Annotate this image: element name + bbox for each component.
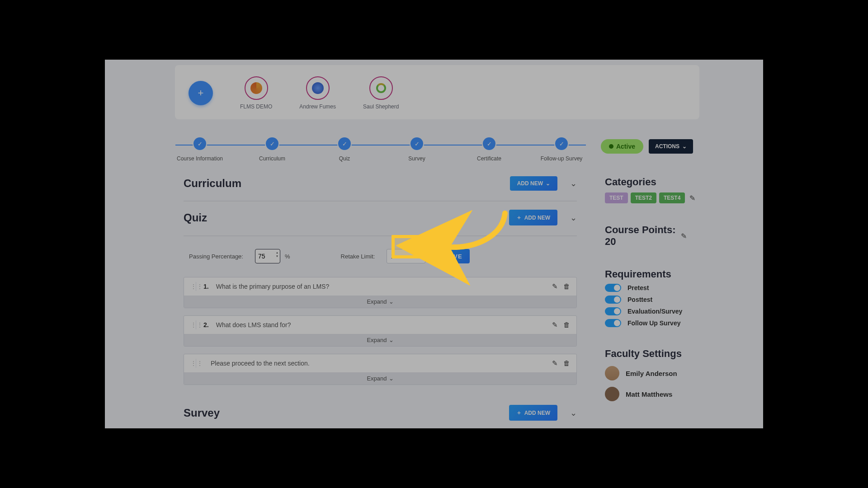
expand-button[interactable]: Expand⌄: [184, 372, 576, 385]
step-followup-survey[interactable]: ✓ Follow-up Survey: [534, 137, 589, 162]
highlight-box: [392, 235, 432, 258]
edit-icon[interactable]: ✎: [689, 194, 695, 202]
add-profile-button[interactable]: +: [189, 81, 213, 105]
category-tag[interactable]: TEST2: [631, 192, 656, 203]
drag-handle-icon[interactable]: ⋮⋮: [190, 320, 196, 329]
categories-title: Categories: [605, 176, 687, 188]
add-new-quiz-button[interactable]: ＋ ADD NEW: [509, 210, 557, 225]
drag-handle-icon[interactable]: ⋮⋮: [190, 282, 196, 291]
categories-panel: Categories TEST TEST2 TEST4 ✎: [605, 174, 687, 210]
profile-item[interactable]: Saul Shepherd: [363, 76, 399, 110]
plus-icon: ＋: [516, 409, 522, 417]
profile-name: FLMS DEMO: [240, 103, 272, 110]
delete-icon[interactable]: 🗑: [563, 282, 570, 291]
question-row: ⋮⋮ 2. What does LMS stand for? ✎ 🗑 Expan…: [184, 315, 577, 347]
delete-icon[interactable]: 🗑: [563, 321, 570, 329]
stepper-icon[interactable]: ▲▼: [276, 251, 278, 258]
requirements-panel: Requirements Pretest Posttest Evaluation…: [605, 267, 687, 333]
toggle-evaluation[interactable]: [605, 307, 621, 315]
faculty-panel: Faculty Settings Emily Anderson Matt Mat…: [605, 346, 687, 408]
quiz-settings-row: Passing Percentage: ▲▼ % Retake Limit: S…: [184, 241, 577, 277]
requirements-title: Requirements: [605, 268, 687, 280]
chevron-down-icon: ⌄: [389, 298, 394, 305]
step-curriculum[interactable]: ✓ Curriculum: [245, 137, 299, 162]
arrow-annotation: [437, 206, 514, 261]
toggle-pretest[interactable]: [605, 284, 621, 292]
step-course-information[interactable]: ✓ Course Information: [173, 137, 227, 162]
profile-name: Saul Shepherd: [363, 103, 399, 110]
question-row: ⋮⋮ 1. What is the primary purpose of an …: [184, 277, 577, 308]
chevron-down-icon: ⌄: [546, 180, 550, 187]
status-badge: Active: [601, 139, 643, 154]
delete-icon[interactable]: 🗑: [563, 359, 570, 367]
category-tag[interactable]: TEST4: [659, 192, 685, 203]
course-points-label: Course Points: 20: [605, 224, 676, 248]
profile-name: Andrew Fumes: [299, 103, 336, 110]
expand-button[interactable]: Expand⌄: [184, 334, 576, 346]
faculty-item[interactable]: Emily Anderson: [605, 360, 687, 380]
profile-item[interactable]: Andrew Fumes: [299, 76, 336, 110]
passing-percentage-label: Passing Percentage:: [189, 253, 243, 260]
curriculum-title: Curriculum: [184, 177, 241, 190]
actions-button[interactable]: ACTIONS ⌄: [649, 139, 693, 154]
requirement-item: Posttest: [605, 296, 687, 304]
edit-icon[interactable]: ✎: [552, 282, 558, 291]
requirement-item: Evaluation/Survey: [605, 307, 687, 315]
edit-icon[interactable]: ✎: [552, 359, 558, 367]
curriculum-header: Curriculum ADD NEW ⌄ ⌄: [184, 173, 577, 202]
question-row: ⋮⋮ Please proceed to the next section. ✎…: [184, 354, 577, 385]
survey-title: Survey: [184, 407, 220, 419]
retake-limit-label: Retake Limit:: [341, 253, 375, 260]
profiles-card: + FLMS DEMO Andrew Fumes Saul Shepherd: [175, 65, 699, 119]
check-icon: ✓: [410, 137, 423, 150]
question-text: What is the primary purpose of an LMS?: [216, 283, 330, 290]
edit-icon[interactable]: ✎: [552, 321, 558, 329]
chevron-down-icon: ⌄: [389, 337, 394, 343]
step-certificate[interactable]: ✓ Certificate: [462, 137, 516, 162]
course-points-panel: Course Points: 20 ✎: [605, 222, 687, 254]
quiz-title: Quiz: [184, 211, 207, 224]
toggle-posttest[interactable]: [605, 296, 621, 304]
chevron-down-icon: ⌄: [389, 375, 394, 382]
add-new-survey-button[interactable]: ＋ ADD NEW: [509, 405, 557, 421]
course-stepper: ✓ Course Information ✓ Curriculum ✓ Quiz…: [173, 137, 589, 169]
faculty-item[interactable]: Matt Matthews: [605, 380, 687, 401]
check-icon: ✓: [555, 137, 568, 150]
requirement-item: Pretest: [605, 284, 687, 292]
check-icon: ✓: [193, 137, 206, 150]
avatar-icon: [605, 366, 619, 380]
requirement-item: Follow Up Survey: [605, 319, 687, 327]
quiz-header: Quiz ＋ ADD NEW ⌄: [184, 206, 577, 236]
faculty-title: Faculty Settings: [605, 348, 687, 360]
add-new-curriculum-button[interactable]: ADD NEW ⌄: [510, 176, 557, 191]
step-quiz[interactable]: ✓ Quiz: [317, 137, 372, 162]
category-tag[interactable]: TEST: [605, 192, 628, 203]
chevron-down-icon[interactable]: ⌄: [570, 213, 577, 223]
edit-icon[interactable]: ✎: [681, 232, 687, 240]
chevron-down-icon[interactable]: ⌄: [570, 178, 577, 188]
step-survey[interactable]: ✓ Survey: [390, 137, 444, 162]
question-text: Please proceed to the next section.: [211, 360, 310, 367]
expand-button[interactable]: Expand⌄: [184, 296, 576, 308]
plus-icon: ＋: [516, 214, 522, 221]
question-text: What does LMS stand for?: [216, 321, 291, 328]
profile-item[interactable]: FLMS DEMO: [240, 76, 272, 110]
drag-handle-icon[interactable]: ⋮⋮: [190, 359, 196, 368]
avatar-icon: [605, 387, 619, 401]
check-icon: ✓: [266, 137, 278, 150]
check-icon: ✓: [338, 137, 351, 150]
check-icon: ✓: [483, 137, 495, 150]
chevron-down-icon: ⌄: [682, 143, 687, 150]
toggle-followup[interactable]: [605, 319, 621, 327]
survey-header: Survey ＋ ADD NEW ⌄: [184, 401, 577, 428]
chevron-down-icon[interactable]: ⌄: [570, 408, 577, 418]
